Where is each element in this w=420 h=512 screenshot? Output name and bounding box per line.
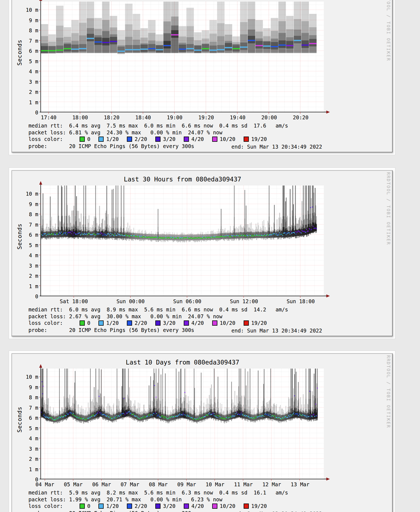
loss-color-value: 19/20 <box>251 503 267 509</box>
loss-color-swatch-10-20 <box>212 137 217 142</box>
packet-loss-stats: packet loss: 2.67 % avg 30.00 % max 0.00… <box>28 313 222 319</box>
end-timestamp: end: Sun Mar 13 20:34:49 2022 <box>231 511 322 512</box>
loss-color-legend: loss color:01/202/203/204/2010/2019/20 <box>28 320 275 326</box>
y-axis-tick-label: 3 m <box>12 446 38 452</box>
rrd-graph-image-recent[interactable]: Seconds10 m9 m8 m7 m6 m5 m4 m3 m2 m1 m01… <box>11 0 393 152</box>
y-axis-tick-label: 7 m <box>12 222 38 228</box>
rrd-graph-image-10d[interactable]: Last 10 Days from 080eda309437Seconds10 … <box>11 353 393 512</box>
loss-color-value: 4/20 <box>191 320 204 326</box>
x-axis-tick-label: 20:20 <box>282 114 320 120</box>
loss-color-value: 19/20 <box>251 136 267 142</box>
loss-color-swatch-1-20 <box>98 504 104 509</box>
loss-color-value: 4/20 <box>191 136 204 142</box>
y-axis-tick-label: 8 m <box>12 27 38 33</box>
loss-color-swatch-0 <box>80 320 85 326</box>
y-axis-tick-label: 7 m <box>12 38 38 44</box>
y-axis-tick-label: 8 m <box>12 394 38 400</box>
rrdtool-watermark: RRDTOOL / TOBI OETIKER <box>386 172 391 245</box>
loss-color-swatch-3-20 <box>155 137 161 142</box>
y-axis-tick-label: 2 m <box>12 89 38 95</box>
y-axis-tick-label: 4 m <box>12 252 38 258</box>
y-axis-tick-label: 9 m <box>12 201 38 207</box>
loss-color-value: 10/20 <box>220 503 235 509</box>
loss-color-swatch-3-20 <box>155 320 161 326</box>
loss-color-swatch-2-20 <box>127 504 132 509</box>
loss-color-value: 0 <box>87 136 90 142</box>
x-axis-tick-label: 13 Mar <box>281 481 319 487</box>
loss-color-swatch-4-20 <box>184 504 189 509</box>
y-axis-tick-label: 9 m <box>12 384 38 390</box>
rrdtool-watermark: RRDTOOL / TOBI OETIKER <box>386 0 391 61</box>
loss-color-value: 1/20 <box>106 503 119 509</box>
loss-color-value: 1/20 <box>106 320 119 326</box>
loss-color-swatch-2-20 <box>127 137 132 142</box>
probe-info: probe: 20 ICMP Echo Pings (56 Bytes) eve… <box>28 510 194 512</box>
y-axis-tick-label: 9 m <box>12 17 38 23</box>
x-axis-tick-label: Sat 18:00 <box>55 298 93 304</box>
loss-color-swatch-0 <box>80 504 85 509</box>
y-axis-tick-label: 5 m <box>12 58 38 64</box>
x-axis-tick-label: Sun 12:00 <box>225 298 263 304</box>
loss-color-label: loss color: <box>28 320 80 326</box>
y-axis-tick-label: 6 m <box>12 232 38 238</box>
y-axis-tick-label: 6 m <box>12 48 38 54</box>
median-rtt-stats: median rtt: 5.9 ms avg 8.2 ms max 5.6 ms… <box>28 490 288 496</box>
x-axis-tick-label: Sun 18:00 <box>282 298 320 304</box>
median-rtt-stats: median rtt: 6.0 ms avg 8.9 ms max 5.6 ms… <box>28 306 288 313</box>
y-axis-tick-label: 1 m <box>12 466 38 472</box>
y-axis-tick-label: 4 m <box>12 68 38 74</box>
loss-color-value: 2/20 <box>135 136 147 142</box>
probe-info: probe: 20 ICMP Echo Pings (56 Bytes) eve… <box>28 143 194 149</box>
median-rtt-stats: median rtt: 6.4 ms avg 7.5 ms max 6.0 ms… <box>28 123 288 129</box>
y-axis-tick-label: 1 m <box>12 283 38 289</box>
loss-color-swatch-10-20 <box>212 320 217 326</box>
loss-color-value: 1/20 <box>106 136 119 142</box>
y-axis-tick-label: 10 m <box>12 7 38 13</box>
chart-plot <box>12 0 392 152</box>
probe-info: probe: 20 ICMP Echo Pings (56 Bytes) eve… <box>28 327 194 333</box>
graph-panel-last-30-hours: Last 30 Hours from 080eda309437Seconds10… <box>9 167 395 339</box>
x-axis-tick-label: Sun 00:00 <box>111 298 150 304</box>
y-axis-tick-label: 5 m <box>12 242 38 248</box>
loss-color-swatch-4-20 <box>184 320 189 326</box>
graph-panel-last-10-days: Last 10 Days from 080eda309437Seconds10 … <box>9 351 395 512</box>
packet-loss-stats: packet loss: 1.99 % avg 20.71 % max 0.00… <box>28 496 222 502</box>
loss-color-legend: loss color:01/202/203/204/2010/2019/20 <box>28 136 275 142</box>
y-axis-tick-label: 10 m <box>12 191 38 197</box>
loss-color-value: 3/20 <box>163 320 176 326</box>
loss-color-value: 3/20 <box>163 503 176 509</box>
loss-color-swatch-4-20 <box>184 137 189 142</box>
loss-color-swatch-10-20 <box>212 504 217 509</box>
y-axis-tick-label: 7 m <box>12 405 38 411</box>
rrd-graph-image-30h[interactable]: Last 30 Hours from 080eda309437Seconds10… <box>11 170 393 336</box>
loss-color-label: loss color: <box>28 136 80 142</box>
loss-color-swatch-19-20 <box>244 504 249 509</box>
loss-color-value: 0 <box>87 503 90 509</box>
loss-color-value: 10/20 <box>220 136 235 142</box>
loss-color-swatch-1-20 <box>98 137 104 142</box>
loss-color-value: 2/20 <box>135 503 147 509</box>
loss-color-value: 4/20 <box>191 503 204 509</box>
rrdtool-watermark: RRDTOOL / TOBI OETIKER <box>386 355 391 428</box>
loss-color-legend: loss color:01/202/203/204/2010/2019/20 <box>28 503 275 509</box>
packet-loss-stats: packet loss: 6.81 % avg 24.30 % max 0.00… <box>28 129 222 135</box>
y-axis-tick-label: 5 m <box>12 425 38 431</box>
loss-color-value: 2/20 <box>135 320 147 326</box>
loss-color-swatch-2-20 <box>127 320 132 326</box>
loss-color-value: 3/20 <box>163 136 176 142</box>
y-axis-tick-label: 2 m <box>12 273 38 279</box>
loss-color-value: 10/20 <box>220 320 235 326</box>
loss-color-swatch-1-20 <box>98 320 104 326</box>
chart-plot <box>12 354 392 512</box>
y-axis-tick-label: 3 m <box>12 263 38 269</box>
y-axis-tick-label: 10 m <box>12 374 38 380</box>
loss-color-value: 19/20 <box>251 320 267 326</box>
y-axis-tick-label: 2 m <box>12 456 38 462</box>
x-axis-tick-label: Sun 06:00 <box>168 298 206 304</box>
y-axis-tick-label: 8 m <box>12 211 38 217</box>
end-timestamp: end: Sun Mar 13 20:34:49 2022 <box>231 144 322 150</box>
loss-color-swatch-3-20 <box>155 504 161 509</box>
end-timestamp: end: Sun Mar 13 20:34:49 2022 <box>231 328 322 334</box>
y-axis-tick-label: 0 <box>12 293 38 299</box>
loss-color-swatch-19-20 <box>244 320 249 326</box>
